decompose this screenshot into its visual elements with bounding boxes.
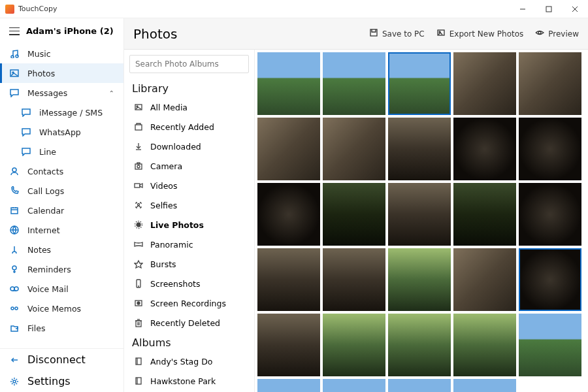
- nav-item-messages[interactable]: Messages⌃: [0, 83, 123, 103]
- nav-item-voicemail[interactable]: Voice Mail: [0, 279, 123, 299]
- photo-thumbnail[interactable]: [388, 183, 451, 246]
- photo-thumbnail[interactable]: [323, 248, 385, 311]
- nav-sub-whatsapp[interactable]: WhatsApp: [0, 122, 123, 142]
- photo-thumbnail[interactable]: [453, 379, 516, 392]
- photo-thumbnail[interactable]: [323, 314, 385, 376]
- photo-thumbnail[interactable]: [323, 379, 385, 392]
- photo-thumbnail[interactable]: [519, 118, 581, 180]
- svg-point-16: [14, 287, 18, 291]
- album-icon: [133, 376, 144, 386]
- nav-disconnect[interactable]: Disconnect: [0, 349, 123, 370]
- svg-point-4: [11, 56, 14, 58]
- maximize-button[interactable]: [536, 0, 562, 18]
- library-item-screenrec[interactable]: Screen Recordings: [124, 293, 254, 313]
- library-item-livephotos[interactable]: Live Photos: [124, 215, 254, 235]
- nav-label: Music: [27, 49, 51, 59]
- nav-item-voicememos[interactable]: Voice Memos: [0, 299, 123, 318]
- page-title: Photos: [133, 26, 177, 42]
- nav-item-files[interactable]: Files: [0, 318, 123, 338]
- nav-item-photos[interactable]: Photos: [0, 63, 123, 83]
- titlebar: TouchCopy: [0, 0, 588, 18]
- library-item-screenshots[interactable]: Screenshots: [124, 274, 254, 293]
- library-item-downloaded[interactable]: Downloaded: [124, 137, 254, 156]
- nav-bottom-label: Disconnect: [27, 353, 86, 366]
- photo-thumbnail[interactable]: [323, 183, 385, 246]
- photo-thumbnail[interactable]: [388, 118, 451, 180]
- album-item-hawkstone[interactable]: Hawkstone Park: [124, 371, 254, 391]
- export-new-photos-button[interactable]: Export New Photos: [436, 28, 524, 39]
- library-item-all[interactable]: All Media: [124, 97, 254, 117]
- nav-item-contacts[interactable]: Contacts: [0, 161, 123, 181]
- library-item-panoramic[interactable]: Panoramic: [124, 235, 254, 254]
- library-item-label: Bursts: [150, 259, 176, 269]
- svg-point-43: [137, 302, 140, 304]
- svg-rect-44: [136, 321, 141, 327]
- photo-thumbnail[interactable]: [257, 248, 320, 311]
- preview-button[interactable]: Preview: [535, 28, 579, 39]
- library-item-recent[interactable]: Recently Added: [124, 117, 254, 137]
- library-item-deleted[interactable]: Recently Deleted: [124, 313, 254, 333]
- nav-sub-imessage[interactable]: iMessage / SMS: [0, 103, 123, 122]
- photo-grid-scroll[interactable]: [255, 50, 588, 392]
- music-icon: [9, 48, 20, 59]
- nav-item-calendar[interactable]: Calendar: [0, 201, 123, 220]
- nav-item-notes[interactable]: Notes: [0, 240, 123, 259]
- window-controls: [510, 0, 588, 18]
- nav-label: Voice Mail: [27, 284, 69, 294]
- photo-thumbnail[interactable]: [257, 118, 320, 180]
- internet-icon: [9, 225, 20, 235]
- minimize-button[interactable]: [510, 0, 536, 18]
- photo-thumbnail[interactable]: [257, 314, 320, 376]
- titlebar-left: TouchCopy: [5, 5, 57, 14]
- save-to-pc-button[interactable]: Save to PC: [369, 28, 425, 39]
- photo-thumbnail[interactable]: [453, 52, 516, 115]
- library-item-selfies[interactable]: Selfies: [124, 195, 254, 215]
- library-item-videos[interactable]: Videos: [124, 176, 254, 195]
- library-item-label: Screen Recordings: [150, 299, 226, 308]
- photo-thumbnail[interactable]: [388, 248, 451, 311]
- photo-thumbnail[interactable]: [453, 314, 516, 376]
- notes-icon: [9, 244, 20, 255]
- library-item-label: Panoramic: [150, 240, 193, 250]
- search-input[interactable]: [129, 55, 249, 73]
- nav-item-reminders[interactable]: Reminders: [0, 259, 123, 279]
- preview-icon: [535, 28, 544, 39]
- nav-label: Voice Memos: [27, 304, 81, 314]
- photo-thumbnail[interactable]: [388, 314, 451, 376]
- library-item-bursts[interactable]: Bursts: [124, 254, 254, 274]
- photo-thumbnail[interactable]: [453, 248, 516, 311]
- nav-sub-line[interactable]: Line: [0, 142, 123, 161]
- svg-point-19: [15, 307, 18, 310]
- photo-thumbnail[interactable]: [323, 52, 385, 115]
- camera-icon: [133, 161, 144, 171]
- photo-thumbnail[interactable]: [519, 52, 581, 115]
- nav-item-calllogs[interactable]: Call Logs: [0, 181, 123, 201]
- photo-thumbnail[interactable]: [257, 379, 320, 392]
- deleted-icon: [133, 318, 144, 328]
- library-item-label: Videos: [150, 181, 178, 191]
- photo-thumbnail[interactable]: [453, 183, 516, 246]
- nav-settings[interactable]: Settings: [0, 370, 123, 392]
- nav-sub-label: Line: [39, 147, 56, 157]
- album-item-andys[interactable]: Andy's Stag Do: [124, 351, 254, 371]
- library-item-camera[interactable]: Camera: [124, 156, 254, 176]
- export-icon: [436, 28, 446, 39]
- livephotos-icon: [133, 220, 144, 230]
- photo-thumbnail[interactable]: [388, 379, 451, 392]
- device-selector[interactable]: Adam's iPhone (2): [0, 18, 123, 44]
- photo-thumbnail[interactable]: [519, 314, 581, 376]
- close-button[interactable]: [562, 0, 588, 18]
- svg-point-18: [11, 307, 14, 310]
- photo-thumbnail[interactable]: [519, 183, 581, 246]
- photo-thumbnail[interactable]: [323, 118, 385, 180]
- photo-thumbnail[interactable]: [257, 52, 320, 115]
- nav-item-music[interactable]: Music: [0, 44, 123, 63]
- photo-thumbnail[interactable]: [453, 118, 516, 180]
- videos-icon: [133, 180, 144, 191]
- photo-thumbnail[interactable]: [257, 183, 320, 246]
- photo-thumbnail[interactable]: [388, 52, 451, 115]
- nav-item-internet[interactable]: Internet: [0, 220, 123, 240]
- save-icon: [369, 28, 378, 39]
- chevron-up-icon: ⌃: [109, 90, 114, 97]
- photo-thumbnail[interactable]: [519, 248, 581, 311]
